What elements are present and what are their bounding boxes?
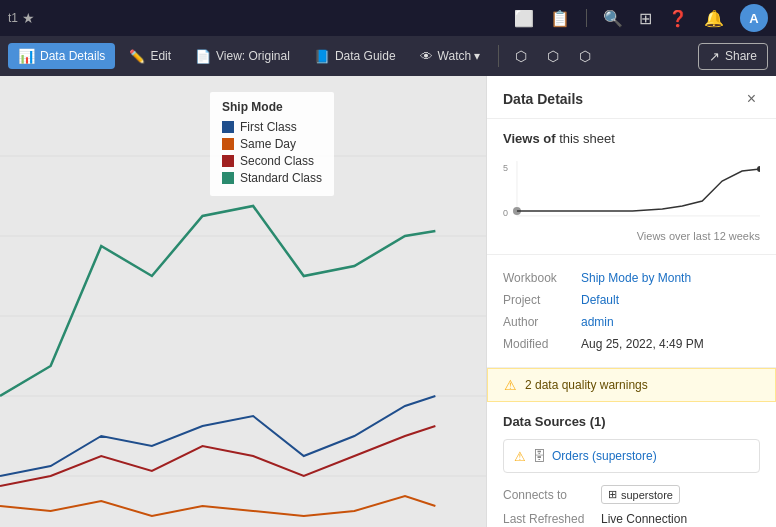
warning-text: 2 data quality warnings bbox=[525, 378, 648, 392]
project-row: Project Default bbox=[503, 289, 760, 311]
views-chart-svg: 5 0 bbox=[503, 156, 760, 226]
panel-title: Data Details bbox=[503, 91, 583, 107]
watch-button[interactable]: 👁 Watch ▾ bbox=[410, 44, 491, 69]
warning-banner[interactable]: ⚠ 2 data quality warnings bbox=[487, 368, 776, 402]
data-details-button[interactable]: 📊 Data Details bbox=[8, 43, 115, 69]
share-button[interactable]: ↗ Share bbox=[698, 43, 768, 70]
warning-icon: ⚠ bbox=[504, 377, 517, 393]
connects-to-label: Connects to bbox=[503, 488, 593, 502]
sources-section: Data Sources (1) ⚠ 🗄 Orders (superstore)… bbox=[487, 402, 776, 527]
views-chart: 5 0 bbox=[503, 156, 760, 226]
legend-color-second-class bbox=[222, 155, 234, 167]
project-value[interactable]: Default bbox=[581, 293, 619, 307]
data-details-icon: 📊 bbox=[18, 48, 35, 64]
workbook-row: Workbook Ship Mode by Month bbox=[503, 267, 760, 289]
main-content: Date Ship Mode First Class bbox=[0, 76, 776, 527]
divider-top bbox=[586, 9, 587, 27]
share-icon: ↗ bbox=[709, 49, 720, 64]
legend-standard-class: Standard Class bbox=[222, 171, 322, 185]
db-badge: ⊞ superstore bbox=[601, 485, 680, 504]
clipboard-icon[interactable]: 📋 bbox=[550, 9, 570, 28]
chart-area: Date Ship Mode First Class bbox=[0, 76, 486, 527]
modified-label: Modified bbox=[503, 337, 573, 351]
legend-color-first-class bbox=[222, 121, 234, 133]
details-panel: Data Details × Views of this sheet 5 0 bbox=[486, 76, 776, 527]
toolbar: 📊 Data Details ✏️ Edit 📄 View: Original … bbox=[0, 36, 776, 76]
workbook-label: Workbook bbox=[503, 271, 573, 285]
toolbar-divider-1 bbox=[498, 45, 499, 67]
legend-color-same-day bbox=[222, 138, 234, 150]
workbook-value[interactable]: Ship Mode by Month bbox=[581, 271, 691, 285]
view-icon: 📄 bbox=[195, 49, 211, 64]
sources-title: Data Sources (1) bbox=[503, 414, 760, 429]
svg-text:5: 5 bbox=[503, 163, 508, 173]
present-button[interactable]: ⬡ bbox=[507, 42, 535, 70]
metadata-section: Workbook Ship Mode by Month Project Defa… bbox=[487, 255, 776, 368]
connects-to-value: ⊞ superstore bbox=[601, 485, 680, 504]
legend-label-second-class: Second Class bbox=[240, 154, 314, 168]
legend-label-same-day: Same Day bbox=[240, 137, 296, 151]
tab-area: t1 ★ bbox=[8, 10, 35, 26]
source-name[interactable]: Orders (superstore) bbox=[552, 449, 657, 463]
modified-row: Modified Aug 25, 2022, 4:49 PM bbox=[503, 333, 760, 355]
views-section: Views of this sheet 5 0 Views over last … bbox=[487, 119, 776, 255]
top-icons: ⬜ 📋 🔍 ⊞ ❓ 🔔 A bbox=[514, 4, 768, 32]
project-label: Project bbox=[503, 293, 573, 307]
author-value[interactable]: admin bbox=[581, 315, 614, 329]
star-icon[interactable]: ★ bbox=[22, 10, 35, 26]
connects-to-row: Connects to ⊞ superstore bbox=[503, 481, 760, 508]
last-refreshed-value: Live Connection bbox=[601, 512, 687, 526]
legend-color-standard-class bbox=[222, 172, 234, 184]
author-row: Author admin bbox=[503, 311, 760, 333]
tab-label[interactable]: t1 bbox=[8, 11, 18, 25]
chart-legend: Ship Mode First Class Same Day Second Cl… bbox=[210, 92, 334, 196]
db-icon: ⊞ bbox=[608, 488, 617, 501]
panel-close-button[interactable]: × bbox=[743, 88, 760, 110]
author-label: Author bbox=[503, 315, 573, 329]
tablet-icon[interactable]: ⬜ bbox=[514, 9, 534, 28]
svg-point-11 bbox=[757, 166, 760, 172]
search-icon[interactable]: 🔍 bbox=[603, 9, 623, 28]
svg-text:0: 0 bbox=[503, 208, 508, 218]
source-warning-icon: ⚠ bbox=[514, 449, 526, 464]
subscribe-button[interactable]: ⬡ bbox=[539, 42, 567, 70]
eye-icon: 👁 bbox=[420, 49, 433, 64]
top-bar: t1 ★ ⬜ 📋 🔍 ⊞ ❓ 🔔 A bbox=[0, 0, 776, 36]
view-original-button[interactable]: 📄 View: Original bbox=[185, 44, 300, 69]
edit-button[interactable]: ✏️ Edit bbox=[119, 44, 181, 69]
legend-second-class: Second Class bbox=[222, 154, 322, 168]
views-section-title: Views of this sheet bbox=[503, 131, 760, 146]
legend-label-standard-class: Standard Class bbox=[240, 171, 322, 185]
legend-title: Ship Mode bbox=[222, 100, 322, 114]
modified-value: Aug 25, 2022, 4:49 PM bbox=[581, 337, 704, 351]
avatar[interactable]: A bbox=[740, 4, 768, 32]
guide-icon: 📘 bbox=[314, 49, 330, 64]
legend-label-first-class: First Class bbox=[240, 120, 297, 134]
legend-same-day: Same Day bbox=[222, 137, 322, 151]
panel-header: Data Details × bbox=[487, 76, 776, 119]
last-refreshed-row: Last Refreshed Live Connection bbox=[503, 508, 760, 527]
embed-button[interactable]: ⬡ bbox=[571, 42, 599, 70]
bell-icon[interactable]: 🔔 bbox=[704, 9, 724, 28]
legend-first-class: First Class bbox=[222, 120, 322, 134]
source-item[interactable]: ⚠ 🗄 Orders (superstore) bbox=[503, 439, 760, 473]
grid-icon[interactable]: ⊞ bbox=[639, 9, 652, 28]
data-guide-button[interactable]: 📘 Data Guide bbox=[304, 44, 406, 69]
edit-icon: ✏️ bbox=[129, 49, 145, 64]
views-footnote: Views over last 12 weeks bbox=[503, 230, 760, 242]
source-db-icon: 🗄 bbox=[532, 448, 546, 464]
help-icon[interactable]: ❓ bbox=[668, 9, 688, 28]
last-refreshed-label: Last Refreshed bbox=[503, 512, 593, 526]
